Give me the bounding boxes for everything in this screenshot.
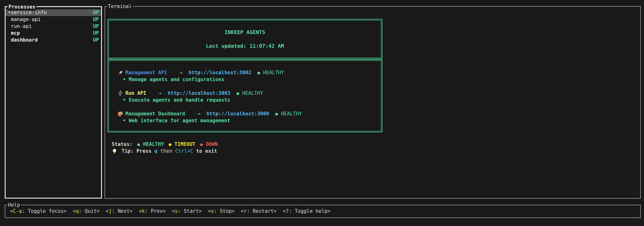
service-health: HEALTHY	[263, 69, 284, 76]
process-name: run-api	[11, 23, 93, 30]
process-name: manage-api	[11, 16, 93, 23]
services-box: Management API → http://localhost:3002 ●…	[108, 59, 382, 132]
health-dot-icon: ●	[275, 110, 278, 117]
process-status-badge: UP	[93, 23, 99, 30]
process-status-badge: UP	[93, 37, 99, 44]
help-panel: Help <C-a: Toggle focus> <q: Quit> <j: N…	[5, 205, 641, 218]
terminal-panel-title: Terminal	[107, 3, 133, 10]
banner-title: INKEEP AGENTS	[224, 29, 265, 36]
rocket-icon	[117, 70, 125, 76]
service-health: HEALTHY	[242, 90, 263, 97]
help-label: : Quit	[79, 208, 97, 214]
service-description: • Web interface for agent management	[123, 117, 381, 124]
status-legend-entry: ●DOWN	[195, 141, 218, 148]
help-key: x	[211, 208, 214, 214]
process-status-badge: UP	[93, 9, 99, 16]
process-row[interactable]: dashboard UP	[6, 37, 101, 44]
status-dot-icon: ●	[168, 142, 171, 147]
help-keybinding: <s: Start>	[172, 205, 202, 217]
service-name: Management Dashboard	[125, 110, 185, 117]
service-entry: Run API → http://localhost:3003 ● HEALTH…	[117, 90, 381, 104]
help-keybindings: <C-a: Toggle focus> <q: Quit> <j: Next> …	[5, 205, 640, 217]
status-legend-text: TIMEOUT	[174, 141, 196, 147]
tip-text: Tip: Press q then Ctrl+C to exit	[122, 148, 217, 155]
service-url[interactable]: http://localhost:3002	[188, 69, 252, 76]
lightning-icon	[117, 90, 125, 96]
help-label: : Toggle help	[289, 208, 328, 214]
service-description: • Execute agents and handle requests	[123, 97, 381, 104]
process-list: • service-info UP manage-api UP run-api …	[6, 7, 101, 44]
service-name: Management API	[125, 69, 167, 76]
status-dot-icon: ●	[138, 142, 140, 147]
tip-line: Tip: Press q then Ctrl+C to exit	[112, 148, 217, 155]
processes-panel-title: Processes	[8, 3, 36, 11]
service-health: HEALTHY	[281, 110, 302, 117]
help-keybinding: <k: Prev>	[139, 205, 166, 217]
help-label: : Toggle focus	[22, 208, 64, 214]
processes-panel: Processes • service-info UP manage-api U…	[5, 6, 102, 198]
status-legend: Status: ●HEALTHY ●TIMEOUT ●DOWN	[112, 141, 218, 148]
help-label: : Stop	[214, 208, 232, 214]
process-status-badge: UP	[93, 30, 99, 37]
service-entry: Management Dashboard → http://localhost:…	[117, 110, 381, 124]
service-description: • Manage agents and configurations	[123, 76, 381, 83]
help-label: : Prev	[145, 208, 163, 214]
help-label: : Next	[112, 208, 130, 214]
banner-last-updated: Last updated: 11:07:42 AM	[206, 43, 284, 49]
status-legend-text: HEALTHY	[143, 141, 164, 147]
status-legend-text: DOWN	[206, 141, 218, 147]
help-key: ?	[286, 208, 289, 214]
terminal-panel: Terminal INKEEP AGENTS Last updated: 11:…	[104, 6, 641, 198]
status-dot-icon: ●	[200, 142, 202, 147]
arrow-icon: →	[159, 90, 162, 97]
service-entry: Management API → http://localhost:3002 ●…	[117, 69, 381, 83]
arrow-icon: →	[197, 110, 200, 117]
help-panel-title: Help	[7, 201, 21, 208]
help-key: s	[175, 208, 178, 214]
status-legend-entry: ●HEALTHY	[133, 141, 164, 148]
help-key: k	[142, 208, 145, 214]
process-row[interactable]: run-api UP	[6, 23, 101, 30]
lightbulb-icon	[112, 148, 122, 154]
help-key: j	[109, 208, 112, 214]
help-label: : Restart	[247, 208, 274, 214]
banner-box: INKEEP AGENTS Last updated: 11:07:42 AM	[108, 19, 382, 59]
help-keybinding: <x: Stop>	[208, 205, 235, 217]
tui-screen: { "colors": { "background": "#191919", "…	[0, 0, 644, 226]
arrow-icon: →	[180, 69, 182, 76]
process-status-badge: UP	[93, 16, 99, 23]
help-label: : Start	[178, 208, 199, 214]
process-name: mcp	[11, 30, 93, 37]
help-key: r	[244, 208, 247, 214]
service-url[interactable]: http://localhost:3003	[168, 90, 230, 97]
help-keybinding: <j: Next>	[106, 205, 133, 217]
service-url[interactable]: http://localhost:3000	[206, 110, 269, 117]
health-dot-icon: ●	[257, 69, 260, 76]
help-keybinding: <q: Quit>	[73, 205, 100, 217]
service-name: Run API	[125, 90, 146, 97]
status-legend-label: Status:	[112, 141, 133, 148]
status-legend-entry: ●TIMEOUT	[164, 141, 195, 148]
help-keybinding: <?: Toggle help>	[283, 205, 330, 217]
process-row[interactable]: manage-api UP	[6, 16, 101, 23]
help-key: q	[76, 208, 79, 214]
process-name: dashboard	[11, 37, 93, 44]
palette-icon	[117, 111, 125, 117]
help-keybinding: <r: Restart>	[241, 205, 277, 217]
process-row[interactable]: mcp UP	[6, 30, 101, 37]
health-dot-icon: ●	[236, 90, 239, 97]
help-key: C-a	[13, 208, 22, 214]
